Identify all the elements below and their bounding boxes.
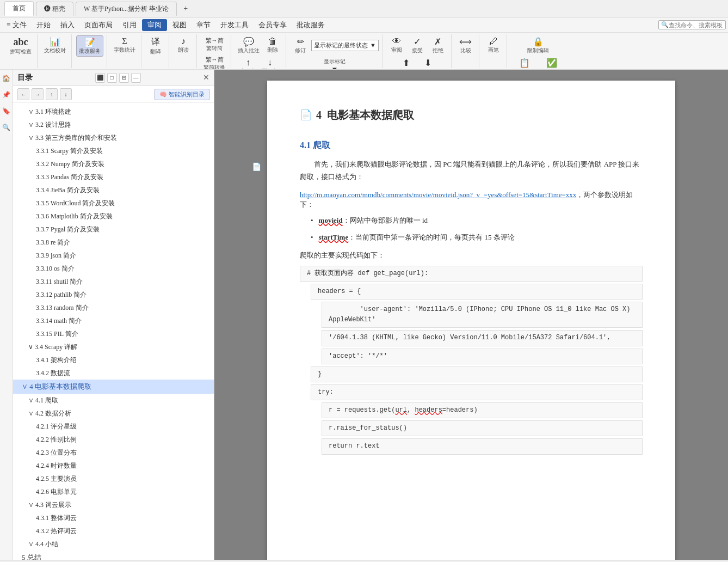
menu-insert[interactable]: 插入 xyxy=(56,19,79,31)
doc-rights-button[interactable]: 📋 文档权限 xyxy=(511,57,538,70)
toc-item[interactable]: 4.3.2 热评词云 xyxy=(13,524,214,537)
search-box[interactable]: 🔍 xyxy=(658,20,726,29)
restrict-edit-button[interactable]: 🔒 限制编辑 xyxy=(525,35,551,56)
toc-item[interactable]: ∨ 3.2 设计思路 xyxy=(13,118,214,131)
nav-up-button[interactable]: ↑ xyxy=(46,88,58,100)
show-mark-button[interactable]: 显示标记 ▼ xyxy=(322,57,348,70)
add-tab-button[interactable]: + xyxy=(179,2,192,15)
toc-item[interactable]: ∨ 4.2 数据分析 xyxy=(13,407,214,420)
tab-home[interactable]: 首页 xyxy=(4,1,34,16)
toc-item[interactable]: 3.3.9 json 简介 xyxy=(13,249,214,262)
sidebar-ctrl-1[interactable]: ⬛ xyxy=(95,73,105,83)
toc-item[interactable]: 4.2.3 位置分布 xyxy=(13,446,214,459)
toc-item[interactable]: 4.2.1 评分星级 xyxy=(13,420,214,433)
delete-icon: 🗑 xyxy=(268,36,277,46)
prev-comment-button[interactable]: ↑ 上一条 xyxy=(238,57,258,70)
toc-item[interactable]: 3.4.2 数据流 xyxy=(13,366,214,380)
code-comment: # 获取页面内容 def get_page(url): xyxy=(300,266,643,282)
bookmark-icon[interactable]: 🔖 xyxy=(1,106,12,117)
menu-member[interactable]: 会员专享 xyxy=(254,19,291,31)
toc-item[interactable]: ∨ 4.4 小结 xyxy=(13,537,214,551)
translate-button[interactable]: 译 翻译 xyxy=(146,35,165,57)
toc-item[interactable]: 3.3.13 random 简介 xyxy=(13,301,214,314)
nav-back-button[interactable]: ← xyxy=(17,88,29,100)
toc-item[interactable]: 3.3.5 WordCloud 简介及安装 xyxy=(13,197,214,210)
delete-comment-button[interactable]: 🗑 删除 xyxy=(263,35,282,55)
toc-item[interactable]: 4.2.6 电影单元 xyxy=(13,485,214,498)
toc-item[interactable]: 4.2.5 主要演员 xyxy=(13,472,214,485)
read-button[interactable]: ♪ 朗读 xyxy=(174,35,193,55)
toc-item[interactable]: 3.4.1 架构介绍 xyxy=(13,353,214,366)
menu-begin[interactable]: 开始 xyxy=(32,19,55,31)
toc-item[interactable]: 3.3.10 os 简介 xyxy=(13,262,214,275)
review-ops-row: 👁 审阅 ✓ 接受 ✗ 拒绝 xyxy=(387,35,448,56)
reject-button[interactable]: ✗ 拒绝 xyxy=(428,35,448,56)
trad-simp-button[interactable]: 繁→简 繁转简 xyxy=(203,35,226,53)
sidebar-close-button[interactable]: ✕ xyxy=(203,73,209,82)
toc-item[interactable]: ∨ 3.3 第三方类库的简介和安装 xyxy=(13,131,214,144)
search-icon: 🔍 xyxy=(661,21,669,28)
home-icon[interactable]: 🏠 xyxy=(1,73,12,84)
toc-item[interactable]: 3.3.1 Scarpy 简介及安装 xyxy=(13,144,214,157)
rights-icon: 📋 xyxy=(519,58,530,68)
insert-comment-button[interactable]: 💬 插入批注 xyxy=(236,35,262,56)
content-area[interactable]: 📄 📄 4 电影基本数据爬取 4.1 爬取 首先，我们来爬取猫眼电影评论数据，因… xyxy=(214,70,728,560)
nav-fwd-button[interactable]: → xyxy=(32,88,44,100)
toc-item[interactable]: 4.2.2 性别比例 xyxy=(13,433,214,446)
smart-toc-button[interactable]: 🧠 智能识别目录 xyxy=(155,89,209,100)
display-state-dropdown[interactable]: 显示标记的最终状态 ▼ xyxy=(311,40,379,51)
toc-item[interactable]: ∨ 4.1 爬取 xyxy=(13,394,214,407)
sidebar-controls: ⬛ □ ⊟ — xyxy=(95,73,141,83)
menu-file[interactable]: ≡ 文件 xyxy=(2,19,31,31)
api-url-link[interactable]: http://m.maoyan.com/mmdb/comments/movie/… xyxy=(300,191,576,199)
toc-item[interactable]: 5 总结 xyxy=(13,551,214,560)
sidebar-ctrl-4[interactable]: — xyxy=(131,73,141,83)
track-button[interactable]: ✏ 修订 xyxy=(291,35,310,56)
spell-check-button[interactable]: abc 拼写检查 xyxy=(8,35,34,57)
toc-item[interactable]: 4.3.1 整体词云 xyxy=(13,511,214,524)
menu-proofing[interactable]: 批改服务 xyxy=(292,19,329,31)
spell-label: 拼写检查 xyxy=(10,48,32,56)
toc-item[interactable]: 3.3.6 Matplotlib 简介及安装 xyxy=(13,210,214,223)
toc-item[interactable]: 3.3.3 Pandas 简介及安装 xyxy=(13,170,214,184)
pin-icon[interactable]: 📌 xyxy=(1,89,12,100)
menu-view[interactable]: 视图 xyxy=(168,19,191,31)
toc-item[interactable]: 3.3.14 math 简介 xyxy=(13,314,214,327)
sidebar-ctrl-3[interactable]: ⊟ xyxy=(119,73,129,83)
search-input[interactable] xyxy=(669,22,723,28)
review-next-button[interactable]: ⬇ 下一条 xyxy=(418,57,439,70)
toc-item[interactable]: 3.3.11 shutil 简介 xyxy=(13,275,214,288)
toc-item[interactable]: ∨ 4 电影基本数据爬取 xyxy=(13,380,214,394)
toc-item[interactable]: 3.3.4 JieBa 简介及安装 xyxy=(13,184,214,197)
toc-item[interactable]: ∨ 4.3 词云展示 xyxy=(13,498,214,511)
compare-button[interactable]: ⟺ 比较 xyxy=(456,35,476,56)
sidebar-ctrl-2[interactable]: □ xyxy=(107,73,117,83)
word-count-button[interactable]: Σ 字数统计 xyxy=(112,35,138,55)
menu-chapter[interactable]: 章节 xyxy=(192,19,215,31)
revision-button[interactable]: 📝 批改服务 xyxy=(76,35,103,57)
review-prev-button[interactable]: ⬆ 上一条 xyxy=(396,57,417,70)
doc-validate-button[interactable]: ✅ 文档认证 xyxy=(539,57,565,70)
toc-item[interactable]: 4.2.4 时评数量 xyxy=(13,459,214,472)
ink-button[interactable]: 🖊 画笔 xyxy=(484,35,503,55)
menu-devtools[interactable]: 开发工具 xyxy=(216,19,253,31)
simp-trad-button[interactable]: 繁↔简 繁简转换 xyxy=(201,54,227,70)
search-side-icon[interactable]: 🔍 xyxy=(1,122,12,133)
nav-down-button[interactable]: ↓ xyxy=(60,88,72,100)
toc-item[interactable]: ∨ 3.4 Scrapy 详解 xyxy=(13,340,214,353)
menu-review[interactable]: 审阅 xyxy=(142,19,167,31)
toc-item[interactable]: 3.3.15 PIL 简介 xyxy=(13,327,214,340)
toc-item[interactable]: 3.3.7 Pygal 简介及安装 xyxy=(13,223,214,236)
tab-wps[interactable]: 🅦 稻壳 xyxy=(36,2,73,16)
toc-item[interactable]: 3.3.12 pathlib 简介 xyxy=(13,288,214,301)
tab-doc[interactable]: W 基于Python...据分析 毕业论 xyxy=(76,2,177,16)
menu-reference[interactable]: 引用 xyxy=(118,19,141,31)
toc-item[interactable]: 3.3.8 re 简介 xyxy=(13,236,214,249)
toc-item[interactable]: ∨ 3.1 环境搭建 xyxy=(13,105,214,118)
review-button[interactable]: 👁 审阅 xyxy=(387,35,406,55)
doc-align-button[interactable]: 📊 文档校对 xyxy=(42,35,68,56)
accept-button[interactable]: ✓ 接受 xyxy=(408,35,427,56)
next-comment-button[interactable]: ↓ 下一条 xyxy=(260,57,280,70)
toc-item[interactable]: 3.3.2 Numpy 简介及安装 xyxy=(13,157,214,170)
menu-layout[interactable]: 页面布局 xyxy=(80,19,117,31)
